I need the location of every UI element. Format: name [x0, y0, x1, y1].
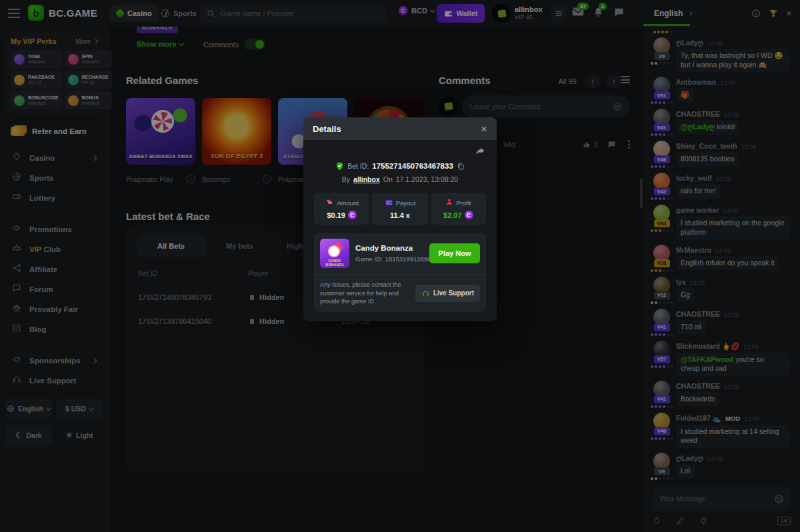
stat-label-row: Amount: [325, 198, 359, 207]
bet-id-row: Bet ID: 1755271450763467833: [314, 161, 486, 171]
stat-label: Amount: [337, 199, 359, 207]
headset-icon: [421, 289, 430, 297]
share-icon[interactable]: [474, 147, 486, 157]
stat-value-row: 11.4 x: [390, 211, 410, 219]
stat-value: $0.19: [327, 211, 345, 219]
on-label: On: [383, 175, 393, 183]
modal-header: Details ×: [303, 117, 497, 140]
game-name: Candy Bonanza: [355, 244, 423, 252]
modal-body: Bet ID: 1755271450763467833 By allinbox …: [303, 140, 497, 321]
game-thumbnail[interactable]: CANDY BONANZA: [320, 239, 349, 268]
coins-icon: [325, 198, 334, 207]
support-note: Any issues, please contact the customer …: [320, 281, 410, 306]
stat-value-row: $0.19C: [327, 211, 357, 219]
bcd-coin-icon: C: [465, 211, 473, 219]
stat-profit: Profit$2.07C: [431, 193, 486, 225]
stat-amount: Amount$0.19C: [314, 193, 369, 225]
modal-title: Details: [313, 124, 481, 134]
bet-id-label: Bet ID:: [347, 162, 369, 170]
play-now-button[interactable]: Play Now: [429, 243, 480, 263]
stat-value: 11.4 x: [390, 211, 410, 219]
game-id-value: 1815319912698...: [385, 255, 437, 263]
player-link[interactable]: allinbox: [353, 175, 380, 183]
game-box: CANDY BONANZA Candy Bonanza Game ID: 181…: [314, 233, 486, 312]
close-icon[interactable]: ×: [481, 123, 487, 135]
wallet-icon: [385, 199, 393, 208]
stat-label-row: Payout: [385, 199, 416, 208]
bet-details-modal: Details × Bet ID: 1755271450763467833 By…: [303, 117, 497, 321]
page: b BC.GAME Casino Sports C BCD Wallet all…: [0, 0, 800, 532]
stat-label: Profit: [456, 199, 471, 207]
game-id-label: Game ID:: [355, 255, 383, 263]
stat-value-row: $2.07C: [443, 211, 473, 219]
stat-label-row: Profit: [445, 198, 471, 207]
bet-id-value: 1755271450763467833: [372, 162, 453, 170]
stat-payout: Payout11.4 x: [372, 193, 427, 225]
profit-icon: [445, 198, 453, 207]
bet-meta-row: By allinbox On 17.1.2023, 13:08:20: [314, 175, 486, 183]
live-support-button[interactable]: Live Support: [415, 285, 480, 302]
verified-shield-icon: [335, 161, 344, 171]
stat-label: Payout: [396, 199, 416, 207]
bcd-coin-icon: C: [348, 211, 357, 219]
bet-datetime: 17.1.2023, 13:08:20: [396, 175, 458, 183]
by-label: By: [342, 175, 350, 183]
stat-value: $2.07: [443, 211, 462, 219]
copy-icon[interactable]: [457, 162, 465, 171]
